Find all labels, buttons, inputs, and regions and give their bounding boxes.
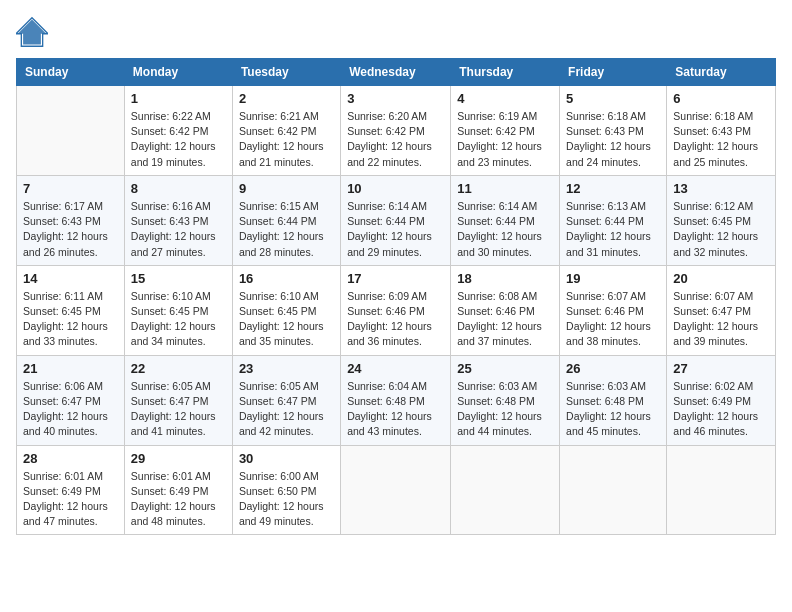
weekday-header: Sunday <box>17 59 125 86</box>
day-info: Sunrise: 6:03 AM Sunset: 6:48 PM Dayligh… <box>566 379 660 440</box>
day-info: Sunrise: 6:10 AM Sunset: 6:45 PM Dayligh… <box>131 289 226 350</box>
day-info: Sunrise: 6:14 AM Sunset: 6:44 PM Dayligh… <box>457 199 553 260</box>
calendar-day-cell: 1Sunrise: 6:22 AM Sunset: 6:42 PM Daylig… <box>124 86 232 176</box>
day-info: Sunrise: 6:22 AM Sunset: 6:42 PM Dayligh… <box>131 109 226 170</box>
calendar-day-cell: 29Sunrise: 6:01 AM Sunset: 6:49 PM Dayli… <box>124 445 232 535</box>
day-number: 3 <box>347 91 444 106</box>
day-number: 10 <box>347 181 444 196</box>
calendar-day-cell: 24Sunrise: 6:04 AM Sunset: 6:48 PM Dayli… <box>341 355 451 445</box>
day-number: 9 <box>239 181 334 196</box>
calendar-body: 1Sunrise: 6:22 AM Sunset: 6:42 PM Daylig… <box>17 86 776 535</box>
day-number: 23 <box>239 361 334 376</box>
day-info: Sunrise: 6:07 AM Sunset: 6:47 PM Dayligh… <box>673 289 769 350</box>
calendar-week-row: 7Sunrise: 6:17 AM Sunset: 6:43 PM Daylig… <box>17 175 776 265</box>
calendar-day-cell: 25Sunrise: 6:03 AM Sunset: 6:48 PM Dayli… <box>451 355 560 445</box>
calendar-day-cell: 10Sunrise: 6:14 AM Sunset: 6:44 PM Dayli… <box>341 175 451 265</box>
calendar-week-row: 28Sunrise: 6:01 AM Sunset: 6:49 PM Dayli… <box>17 445 776 535</box>
calendar-day-cell: 17Sunrise: 6:09 AM Sunset: 6:46 PM Dayli… <box>341 265 451 355</box>
day-number: 4 <box>457 91 553 106</box>
calendar-day-cell <box>17 86 125 176</box>
day-info: Sunrise: 6:21 AM Sunset: 6:42 PM Dayligh… <box>239 109 334 170</box>
calendar-day-cell: 22Sunrise: 6:05 AM Sunset: 6:47 PM Dayli… <box>124 355 232 445</box>
calendar-day-cell: 3Sunrise: 6:20 AM Sunset: 6:42 PM Daylig… <box>341 86 451 176</box>
day-number: 21 <box>23 361 118 376</box>
day-number: 22 <box>131 361 226 376</box>
weekday-header: Thursday <box>451 59 560 86</box>
day-number: 18 <box>457 271 553 286</box>
day-number: 2 <box>239 91 334 106</box>
day-number: 8 <box>131 181 226 196</box>
calendar-day-cell: 18Sunrise: 6:08 AM Sunset: 6:46 PM Dayli… <box>451 265 560 355</box>
day-number: 6 <box>673 91 769 106</box>
day-info: Sunrise: 6:10 AM Sunset: 6:45 PM Dayligh… <box>239 289 334 350</box>
day-number: 27 <box>673 361 769 376</box>
day-number: 7 <box>23 181 118 196</box>
calendar-day-cell: 5Sunrise: 6:18 AM Sunset: 6:43 PM Daylig… <box>560 86 667 176</box>
calendar-day-cell: 15Sunrise: 6:10 AM Sunset: 6:45 PM Dayli… <box>124 265 232 355</box>
day-number: 12 <box>566 181 660 196</box>
day-info: Sunrise: 6:11 AM Sunset: 6:45 PM Dayligh… <box>23 289 118 350</box>
day-number: 16 <box>239 271 334 286</box>
calendar-day-cell: 21Sunrise: 6:06 AM Sunset: 6:47 PM Dayli… <box>17 355 125 445</box>
weekday-header: Saturday <box>667 59 776 86</box>
day-number: 26 <box>566 361 660 376</box>
day-number: 14 <box>23 271 118 286</box>
calendar-day-cell: 4Sunrise: 6:19 AM Sunset: 6:42 PM Daylig… <box>451 86 560 176</box>
calendar-week-row: 21Sunrise: 6:06 AM Sunset: 6:47 PM Dayli… <box>17 355 776 445</box>
day-number: 11 <box>457 181 553 196</box>
day-number: 30 <box>239 451 334 466</box>
calendar-day-cell <box>341 445 451 535</box>
calendar-day-cell: 12Sunrise: 6:13 AM Sunset: 6:44 PM Dayli… <box>560 175 667 265</box>
calendar-day-cell: 11Sunrise: 6:14 AM Sunset: 6:44 PM Dayli… <box>451 175 560 265</box>
day-info: Sunrise: 6:20 AM Sunset: 6:42 PM Dayligh… <box>347 109 444 170</box>
day-info: Sunrise: 6:18 AM Sunset: 6:43 PM Dayligh… <box>673 109 769 170</box>
calendar-day-cell: 2Sunrise: 6:21 AM Sunset: 6:42 PM Daylig… <box>232 86 340 176</box>
day-number: 20 <box>673 271 769 286</box>
calendar-day-cell <box>451 445 560 535</box>
svg-marker-1 <box>18 20 46 45</box>
calendar-day-cell: 8Sunrise: 6:16 AM Sunset: 6:43 PM Daylig… <box>124 175 232 265</box>
calendar-day-cell: 28Sunrise: 6:01 AM Sunset: 6:49 PM Dayli… <box>17 445 125 535</box>
calendar-day-cell: 30Sunrise: 6:00 AM Sunset: 6:50 PM Dayli… <box>232 445 340 535</box>
calendar-day-cell: 6Sunrise: 6:18 AM Sunset: 6:43 PM Daylig… <box>667 86 776 176</box>
weekday-header: Wednesday <box>341 59 451 86</box>
day-number: 25 <box>457 361 553 376</box>
day-info: Sunrise: 6:13 AM Sunset: 6:44 PM Dayligh… <box>566 199 660 260</box>
logo <box>16 16 52 48</box>
day-info: Sunrise: 6:01 AM Sunset: 6:49 PM Dayligh… <box>131 469 226 530</box>
day-info: Sunrise: 6:00 AM Sunset: 6:50 PM Dayligh… <box>239 469 334 530</box>
calendar-day-cell: 20Sunrise: 6:07 AM Sunset: 6:47 PM Dayli… <box>667 265 776 355</box>
calendar-day-cell: 23Sunrise: 6:05 AM Sunset: 6:47 PM Dayli… <box>232 355 340 445</box>
day-info: Sunrise: 6:02 AM Sunset: 6:49 PM Dayligh… <box>673 379 769 440</box>
calendar-day-cell <box>667 445 776 535</box>
calendar-week-row: 1Sunrise: 6:22 AM Sunset: 6:42 PM Daylig… <box>17 86 776 176</box>
day-info: Sunrise: 6:07 AM Sunset: 6:46 PM Dayligh… <box>566 289 660 350</box>
calendar-day-cell: 14Sunrise: 6:11 AM Sunset: 6:45 PM Dayli… <box>17 265 125 355</box>
day-info: Sunrise: 6:12 AM Sunset: 6:45 PM Dayligh… <box>673 199 769 260</box>
day-info: Sunrise: 6:03 AM Sunset: 6:48 PM Dayligh… <box>457 379 553 440</box>
day-info: Sunrise: 6:05 AM Sunset: 6:47 PM Dayligh… <box>131 379 226 440</box>
day-number: 19 <box>566 271 660 286</box>
day-info: Sunrise: 6:18 AM Sunset: 6:43 PM Dayligh… <box>566 109 660 170</box>
logo-icon <box>16 16 48 48</box>
calendar-day-cell: 9Sunrise: 6:15 AM Sunset: 6:44 PM Daylig… <box>232 175 340 265</box>
day-info: Sunrise: 6:05 AM Sunset: 6:47 PM Dayligh… <box>239 379 334 440</box>
day-info: Sunrise: 6:16 AM Sunset: 6:43 PM Dayligh… <box>131 199 226 260</box>
day-info: Sunrise: 6:04 AM Sunset: 6:48 PM Dayligh… <box>347 379 444 440</box>
day-number: 13 <box>673 181 769 196</box>
day-number: 1 <box>131 91 226 106</box>
calendar-day-cell <box>560 445 667 535</box>
day-info: Sunrise: 6:06 AM Sunset: 6:47 PM Dayligh… <box>23 379 118 440</box>
day-info: Sunrise: 6:09 AM Sunset: 6:46 PM Dayligh… <box>347 289 444 350</box>
day-info: Sunrise: 6:14 AM Sunset: 6:44 PM Dayligh… <box>347 199 444 260</box>
day-info: Sunrise: 6:15 AM Sunset: 6:44 PM Dayligh… <box>239 199 334 260</box>
calendar-table: SundayMondayTuesdayWednesdayThursdayFrid… <box>16 58 776 535</box>
calendar-week-row: 14Sunrise: 6:11 AM Sunset: 6:45 PM Dayli… <box>17 265 776 355</box>
calendar-day-cell: 13Sunrise: 6:12 AM Sunset: 6:45 PM Dayli… <box>667 175 776 265</box>
calendar-day-cell: 27Sunrise: 6:02 AM Sunset: 6:49 PM Dayli… <box>667 355 776 445</box>
day-info: Sunrise: 6:08 AM Sunset: 6:46 PM Dayligh… <box>457 289 553 350</box>
day-info: Sunrise: 6:01 AM Sunset: 6:49 PM Dayligh… <box>23 469 118 530</box>
calendar-day-cell: 7Sunrise: 6:17 AM Sunset: 6:43 PM Daylig… <box>17 175 125 265</box>
day-number: 17 <box>347 271 444 286</box>
page-header <box>16 16 776 48</box>
